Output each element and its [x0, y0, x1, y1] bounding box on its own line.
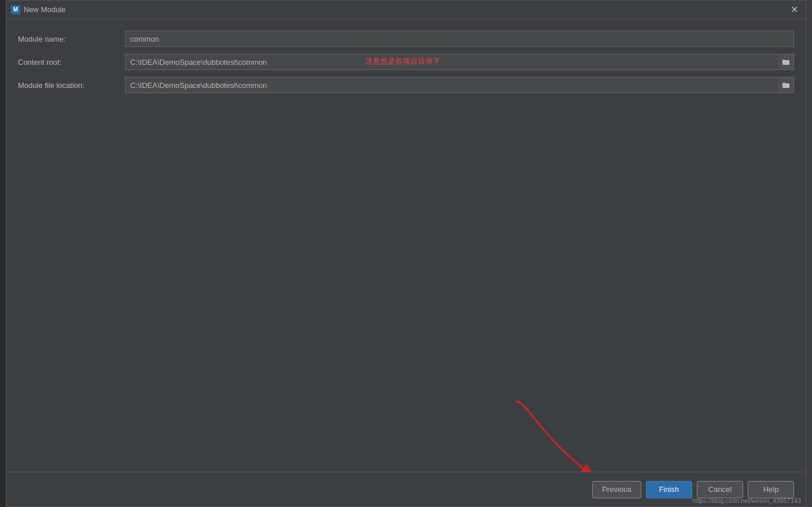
dialog-footer: Previous Finish Cancel Help https://blog… [6, 472, 806, 506]
svg-rect-1 [782, 60, 785, 61]
help-button[interactable]: Help [748, 481, 794, 498]
content-root-label: Content root: [18, 58, 125, 67]
module-name-row: Module name: [18, 31, 794, 47]
cancel-button[interactable]: Cancel [697, 481, 743, 498]
folder-icon [782, 58, 790, 66]
module-file-location-field-wrapper [125, 77, 794, 93]
content-root-row: Content root: 注意也是在项目目录下 [18, 54, 794, 70]
svg-rect-2 [782, 83, 789, 88]
module-name-field-wrapper [125, 31, 794, 47]
module-file-location-row: Module file location: [18, 77, 794, 93]
content-root-field-wrapper [125, 54, 794, 70]
dialog-icon: M [11, 5, 20, 14]
arrow-indicator [504, 390, 643, 472]
folder-icon [782, 81, 790, 89]
new-module-dialog: M New Module ✕ Module name: Content root… [6, 0, 806, 507]
svg-rect-0 [782, 60, 789, 65]
module-file-location-input[interactable] [125, 77, 794, 93]
svg-rect-3 [782, 83, 785, 84]
module-file-location-label: Module file location: [18, 81, 125, 90]
module-name-input[interactable] [125, 31, 794, 47]
content-root-browse-button[interactable] [778, 54, 794, 70]
footer-url: https://blog.csdn.net/weixin_43957143 [693, 497, 801, 504]
finish-button[interactable]: Finish [646, 481, 692, 498]
dialog-content: Module name: Content root: 注意也是在项目目录下 [6, 19, 806, 472]
module-name-label: Module name: [18, 35, 125, 43]
dialog-title: New Module [24, 5, 787, 14]
dialog-icon-letter: M [13, 6, 18, 13]
module-file-location-browse-button[interactable] [778, 77, 794, 93]
content-root-input[interactable] [125, 54, 794, 70]
titlebar: M New Module ✕ [6, 1, 806, 19]
previous-button[interactable]: Previous [592, 481, 641, 498]
close-button[interactable]: ✕ [787, 3, 801, 17]
